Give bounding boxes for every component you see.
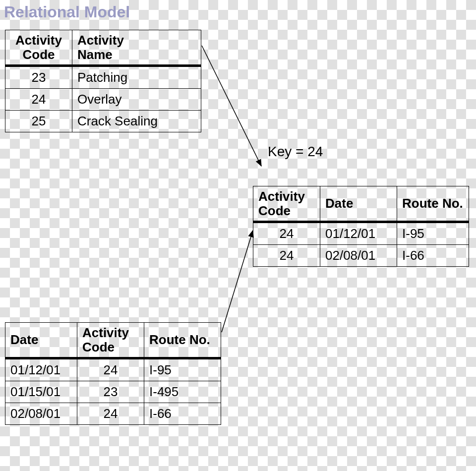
work-table: Date ActivityCode Route No. 01/12/01 24 … — [5, 322, 221, 425]
cell-name: Overlay — [72, 89, 201, 111]
table-row: 23 Patching — [5, 66, 201, 89]
arrow-work-to-result — [222, 231, 253, 332]
cell-date: 01/12/01 — [320, 222, 397, 245]
col-activity-code: ActivityCode — [253, 186, 320, 222]
cell-code: 25 — [5, 111, 72, 132]
cell-date: 02/08/01 — [5, 403, 77, 425]
col-route: Route No. — [397, 186, 469, 222]
cell-date: 02/08/01 — [320, 245, 397, 267]
col-route: Route No. — [144, 323, 221, 358]
table-row: 25 Crack Sealing — [5, 111, 201, 132]
col-activity-code: ActivityCode — [77, 323, 144, 358]
key-label: Key = 24 — [268, 144, 323, 160]
result-table: ActivityCode Date Route No. 24 01/12/01 … — [253, 186, 469, 267]
table-row: 01/12/01 24 I-95 — [5, 358, 221, 381]
page-title: Relational Model — [4, 3, 130, 21]
cell-code: 24 — [253, 222, 320, 245]
table-row: 24 01/12/01 I-95 — [253, 222, 469, 245]
cell-date: 01/15/01 — [5, 381, 77, 403]
table-row: 24 02/08/01 I-66 — [253, 245, 469, 267]
arrow-activity-to-result — [202, 46, 261, 166]
col-date: Date — [320, 186, 397, 222]
cell-route: I-95 — [144, 358, 221, 381]
cell-code: 24 — [5, 89, 72, 111]
table-header-row: ActivityCode ActivityName — [5, 30, 201, 66]
activity-table: ActivityCode ActivityName 23 Patching 24… — [5, 30, 201, 132]
cell-route: I-66 — [144, 403, 221, 425]
cell-code: 24 — [77, 358, 144, 381]
table-row: 01/15/01 23 I-495 — [5, 381, 221, 403]
table-row: 02/08/01 24 I-66 — [5, 403, 221, 425]
table-row: 24 Overlay — [5, 89, 201, 111]
cell-date: 01/12/01 — [5, 358, 77, 381]
col-activity-code: ActivityCode — [5, 30, 72, 66]
cell-code: 23 — [5, 66, 72, 89]
col-date: Date — [5, 323, 77, 358]
table-header-row: Date ActivityCode Route No. — [5, 323, 221, 358]
cell-route: I-495 — [144, 381, 221, 403]
cell-name: Patching — [72, 66, 201, 89]
cell-code: 24 — [253, 245, 320, 267]
col-activity-name: ActivityName — [72, 30, 201, 66]
cell-route: I-66 — [397, 245, 469, 267]
cell-code: 24 — [77, 403, 144, 425]
table-header-row: ActivityCode Date Route No. — [253, 186, 469, 222]
cell-code: 23 — [77, 381, 144, 403]
cell-route: I-95 — [397, 222, 469, 245]
cell-name: Crack Sealing — [72, 111, 201, 132]
